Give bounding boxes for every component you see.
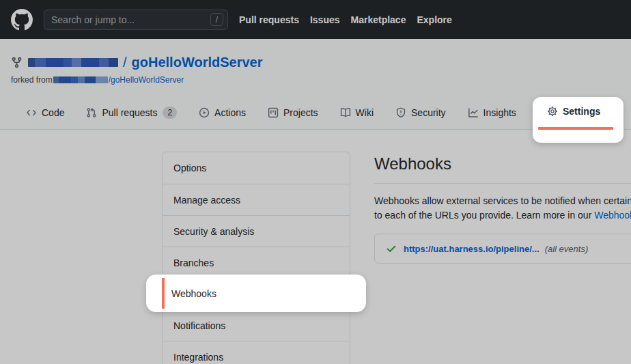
selected-tab-underline xyxy=(538,127,613,130)
gear-icon xyxy=(547,106,558,117)
github-repo-settings-page: / Pull requests Issues Marketplace Explo… xyxy=(0,0,631,364)
settings-tab-spotlight[interactable]: Settings xyxy=(533,97,623,143)
webhooks-item-label: Webhooks xyxy=(171,275,216,312)
settings-tab-label: Settings xyxy=(563,106,600,117)
webhooks-item-spotlight[interactable]: Webhooks xyxy=(146,275,366,312)
selected-item-accent-bar xyxy=(162,278,165,309)
